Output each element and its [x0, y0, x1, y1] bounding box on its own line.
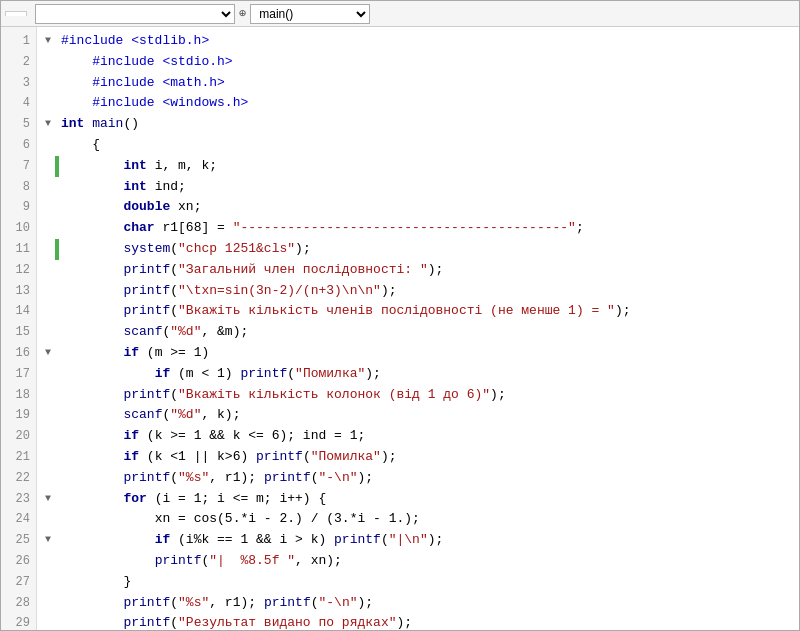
- code-token: );: [358, 468, 374, 489]
- fold-placeholder: [41, 509, 55, 530]
- code-token: printf: [123, 385, 170, 406]
- code-line: xn = cos(5.*i - 2.) / (3.*i - 1.);: [41, 509, 799, 530]
- code-token: "%d": [170, 405, 201, 426]
- code-line: ▼int main(): [41, 114, 799, 135]
- code-token: (m < 1): [170, 364, 240, 385]
- code-token: (: [170, 468, 178, 489]
- code-token: printf: [123, 613, 170, 630]
- fold-placeholder: [41, 156, 55, 177]
- file-tab[interactable]: [5, 11, 27, 16]
- code-line: system("chcp 1251&cls");: [41, 239, 799, 260]
- line-number: 11: [1, 239, 36, 260]
- fold-placeholder: [41, 468, 55, 489]
- code-token: "Помилка": [311, 447, 381, 468]
- change-indicator: [55, 260, 59, 281]
- code-line: #include <math.h>: [41, 73, 799, 94]
- code-line: scanf("%d", k);: [41, 405, 799, 426]
- fold-icon[interactable]: ▼: [41, 530, 55, 551]
- line-number: 26: [1, 551, 36, 572]
- code-token: (: [287, 364, 295, 385]
- code-token: ind;: [147, 177, 186, 198]
- change-indicator: [55, 593, 59, 614]
- code-line: ▼ for (i = 1; i <= m; i++) {: [41, 489, 799, 510]
- title-bar: ⊕ main(): [1, 1, 799, 27]
- code-token: "-\n": [319, 468, 358, 489]
- change-indicator: [55, 572, 59, 593]
- change-indicator: [55, 551, 59, 572]
- line-number: 20: [1, 426, 36, 447]
- fold-placeholder: [41, 385, 55, 406]
- code-line: #include <windows.h>: [41, 93, 799, 114]
- code-line: if (m < 1) printf("Помилка");: [41, 364, 799, 385]
- code-token: );: [358, 593, 374, 614]
- code-token: int: [61, 114, 92, 135]
- change-indicator: [55, 73, 59, 94]
- code-line: if (k >= 1 && k <= 6); ind = 1;: [41, 426, 799, 447]
- code-token: (: [162, 322, 170, 343]
- code-token: if: [155, 530, 171, 551]
- indent: [61, 197, 123, 218]
- fold-placeholder: [41, 281, 55, 302]
- indent: [61, 218, 123, 239]
- line-number: 23: [1, 489, 36, 510]
- line-number: 29: [1, 613, 36, 630]
- func-icon: ⊕: [239, 6, 246, 21]
- indent: [61, 343, 123, 364]
- fold-icon[interactable]: ▼: [41, 489, 55, 510]
- line-number: 21: [1, 447, 36, 468]
- fold-placeholder: [41, 551, 55, 572]
- code-token: , r1);: [209, 593, 264, 614]
- code-token: xn;: [170, 197, 201, 218]
- line-number: 9: [1, 197, 36, 218]
- fold-placeholder: [41, 135, 55, 156]
- code-token: printf: [123, 593, 170, 614]
- fold-placeholder: [41, 447, 55, 468]
- code-token: (: [381, 530, 389, 551]
- fold-placeholder: [41, 301, 55, 322]
- code-line: ▼#include <stdlib.h>: [41, 31, 799, 52]
- fold-placeholder: [41, 177, 55, 198]
- change-indicator: [55, 364, 59, 385]
- code-token: #include <math.h>: [92, 73, 225, 94]
- change-indicator: [55, 301, 59, 322]
- code-token: #include <windows.h>: [92, 93, 248, 114]
- fold-placeholder: [41, 322, 55, 343]
- code-token: (i%k == 1 && i > k): [170, 530, 334, 551]
- fold-placeholder: [41, 613, 55, 630]
- code-token: (k <1 || k>6): [139, 447, 256, 468]
- code-token: "Помилка": [295, 364, 365, 385]
- fold-icon[interactable]: ▼: [41, 31, 55, 52]
- code-area[interactable]: ▼#include <stdlib.h> #include <stdio.h> …: [37, 27, 799, 630]
- fold-icon[interactable]: ▼: [41, 114, 55, 135]
- code-token: #include <stdlib.h>: [61, 31, 209, 52]
- indent: [61, 426, 123, 447]
- code-token: if: [123, 343, 139, 364]
- code-token: , k);: [201, 405, 240, 426]
- code-line: printf("Результат видано по рядках");: [41, 613, 799, 630]
- indent: [61, 613, 123, 630]
- fold-placeholder: [41, 52, 55, 73]
- code-line: double xn;: [41, 197, 799, 218]
- fold-icon[interactable]: ▼: [41, 343, 55, 364]
- code-token: "%s": [178, 468, 209, 489]
- scope-dropdown[interactable]: [35, 4, 235, 24]
- code-line: if (k <1 || k>6) printf("Помилка");: [41, 447, 799, 468]
- line-number: 6: [1, 135, 36, 156]
- indent: [61, 93, 92, 114]
- code-token: for: [123, 489, 146, 510]
- fold-placeholder: [41, 93, 55, 114]
- line-number: 4: [1, 93, 36, 114]
- code-token: );: [381, 281, 397, 302]
- func-dropdown[interactable]: main(): [250, 4, 370, 24]
- change-indicator: [55, 239, 59, 260]
- fold-placeholder: [41, 260, 55, 281]
- change-indicator: [55, 93, 59, 114]
- indent: [61, 322, 123, 343]
- code-token: "Загальний член послідовності: ": [178, 260, 428, 281]
- code-token: printf: [123, 468, 170, 489]
- change-indicator: [55, 135, 59, 156]
- indent: [61, 572, 123, 593]
- indent: [61, 239, 123, 260]
- code-line: ▼ if (m >= 1): [41, 343, 799, 364]
- code-token: );: [365, 364, 381, 385]
